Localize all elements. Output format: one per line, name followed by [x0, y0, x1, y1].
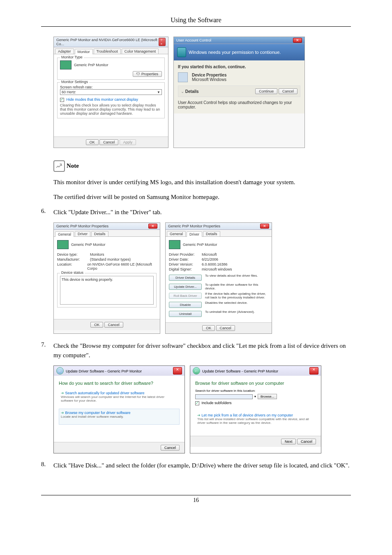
details-toggle[interactable]: Details	[185, 89, 199, 94]
search-location-label: Search for driver software in this locat…	[195, 389, 316, 393]
manufacturer-label: Manufacturer:	[57, 257, 90, 261]
cancel-button[interactable]: Cancel	[99, 139, 118, 145]
signer-value: microsoft windows	[202, 267, 232, 271]
hide-modes-checkbox[interactable]	[60, 98, 64, 102]
back-icon[interactable]: ←	[56, 367, 64, 375]
rollback-driver-button[interactable]: Roll Back Driver	[169, 293, 202, 299]
manufacturer-value: (Standard monitor types)	[90, 257, 131, 261]
monitor-icon	[57, 240, 69, 249]
version-value: 6.0.6000.16386	[202, 262, 228, 266]
browse-computer-option[interactable]: Browse my computer for driver software	[65, 411, 131, 415]
provider-label: Driver Provider:	[169, 252, 202, 257]
uninstall-button[interactable]: Uninstall	[169, 311, 202, 317]
note-label: Note	[67, 162, 79, 169]
uac-banner-text: Windows needs your permission to contion…	[189, 50, 281, 55]
apply-button: Apply	[120, 139, 136, 145]
date-value: 6/21/2006	[202, 257, 218, 261]
close-icon[interactable]: ✕	[293, 38, 302, 43]
cancel-button[interactable]: Cancel	[161, 445, 180, 451]
tab-color-management[interactable]: Color Management	[122, 49, 159, 54]
device-status-text: This device is working properly.	[60, 276, 154, 305]
version-label: Driver Version:	[169, 262, 202, 266]
page-number: 16	[41, 495, 351, 504]
cancel-button[interactable]: Cancel	[297, 439, 316, 444]
note-text-1: This monitor driver is under certifying …	[53, 178, 351, 187]
continue-button[interactable]: Continue	[255, 88, 277, 94]
dialog-title: Generic PnP Monitor and NVIDIA GeForce66…	[56, 38, 159, 46]
date-label: Driver Date:	[169, 257, 202, 261]
note-text-2: The certified driver will be posted on S…	[53, 192, 351, 202]
let-me-pick-desc: This list will show installed driver sof…	[197, 417, 314, 425]
browse-computer-desc: Locate and install driver software manua…	[61, 415, 178, 419]
device-status-group: Device status	[60, 271, 85, 275]
device-name: Generic PnP Monitor	[71, 243, 105, 247]
driver-details-desc: To view details about the driver files.	[205, 274, 268, 278]
close-icon[interactable]: ✕	[309, 367, 318, 375]
cancel-button[interactable]: Cancel	[216, 325, 235, 331]
properties-button[interactable]: 🛡 Properties	[133, 71, 162, 77]
monitor-name: Generic PnP Monitor	[74, 63, 108, 67]
page-title: Using the Software	[41, 16, 351, 24]
disable-button[interactable]: Disable	[169, 302, 202, 308]
update-driver-wizard-1: ← Update Driver Software - Generic PnP M…	[53, 365, 185, 453]
device-icon	[178, 72, 188, 82]
wizard-heading: Browse for driver software on your compu…	[195, 381, 316, 386]
monitor-icon	[60, 60, 71, 69]
tab-general[interactable]: General	[55, 231, 74, 237]
step-number: 8.	[41, 461, 53, 470]
device-name: Generic PnP Monitor	[183, 243, 217, 247]
browse-button[interactable]: Browse...	[258, 394, 277, 399]
tab-general[interactable]: General	[167, 231, 186, 236]
device-type-value: Monitors	[90, 252, 104, 257]
ok-button[interactable]: OK	[202, 325, 215, 331]
wizard-title: Update Driver Software - Generic PnP Mon…	[66, 369, 142, 373]
tab-driver[interactable]: Driver	[75, 231, 90, 236]
chevron-down-icon[interactable]: ⌄	[181, 89, 184, 94]
cancel-button[interactable]: Cancel	[104, 322, 123, 328]
tab-troubleshoot[interactable]: Troubleshoot	[94, 49, 121, 54]
ok-button[interactable]: OK	[90, 322, 103, 328]
monitor-icon	[169, 240, 180, 249]
close-icon[interactable]: ✕	[148, 224, 157, 229]
header-rule	[41, 26, 351, 27]
next-button[interactable]: Next	[281, 439, 296, 444]
driver-details-button[interactable]: Driver Details	[169, 275, 202, 281]
monitor-properties-dialog: Generic PnP Monitor and NVIDIA GeForce66…	[53, 37, 168, 148]
close-icon[interactable]: ?×	[159, 38, 166, 46]
back-icon[interactable]: ←	[193, 367, 200, 375]
tab-details[interactable]: Details	[91, 231, 108, 236]
tab-driver[interactable]: Driver	[187, 231, 202, 237]
dialog-title: Generic PnP Monitor Properties	[168, 224, 220, 228]
chevron-down-icon: ▼	[157, 90, 160, 94]
location-input[interactable]	[195, 394, 253, 399]
uac-publisher: Microsoft Windows	[192, 77, 227, 82]
close-icon[interactable]: ✕	[173, 367, 182, 375]
uac-title: User Account Control	[176, 38, 211, 42]
step-text: Click "Update Driver..." in the "Driver"…	[53, 208, 351, 217]
uac-dialog: User Account Control ✕ Windows needs you…	[173, 37, 305, 148]
tab-details[interactable]: Details	[203, 231, 220, 236]
tab-adapter[interactable]: Adapter	[55, 49, 74, 54]
let-me-pick-option[interactable]: Let me pick from a list of device driver…	[202, 413, 293, 417]
monitor-settings-group: Monitor Settings	[60, 80, 89, 84]
tab-monitor[interactable]: Monitor	[75, 49, 93, 54]
ok-button[interactable]: OK	[86, 139, 99, 145]
include-subfolders-checkbox[interactable]	[195, 401, 199, 405]
shield-icon	[177, 47, 186, 57]
uninstall-desc: To uninstall the driver (Advanced).	[205, 310, 268, 314]
step-text: Check the "Browse my computer for driver…	[53, 341, 351, 360]
dialog-title: Generic PnP Monitor Properties	[56, 224, 108, 228]
location-value: on NVIDIA GeForce 6600 LE (Microsoft Cor…	[87, 262, 157, 271]
step-text: Click "Have Disk..." and select the fold…	[53, 461, 351, 470]
device-type-label: Device type:	[57, 252, 90, 257]
update-driver-desc: To update the driver software for this d…	[205, 283, 268, 290]
provider-value: Microsoft	[202, 252, 217, 257]
search-auto-option[interactable]: Search automatically for updated driver …	[65, 391, 145, 395]
close-icon[interactable]: ✕	[260, 224, 269, 229]
cancel-button[interactable]: Cancel	[279, 88, 297, 94]
hide-modes-label: Hide modes that this monitor cannot disp…	[67, 97, 138, 102]
uac-started: If you started this action, continue.	[178, 65, 300, 69]
update-driver-button[interactable]: Update Driver...	[169, 284, 202, 290]
refresh-rate-select[interactable]: 60 Hertz▼	[60, 89, 162, 95]
update-driver-wizard-2: ← Update Driver Software - Generic PnP M…	[190, 365, 321, 453]
